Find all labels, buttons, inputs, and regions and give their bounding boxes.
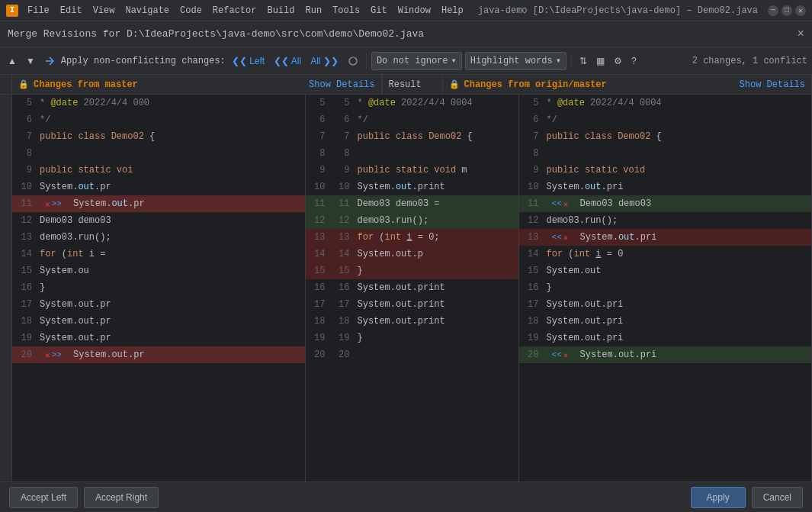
table-row: 15 System.out	[519, 262, 812, 279]
left-action-buttons: Accept Left Accept Right	[9, 487, 159, 508]
apply-changes-button[interactable]	[41, 52, 58, 70]
right-panel-header: 🔒 Changes from origin/master Show Detail…	[443, 75, 813, 94]
menu-navigate[interactable]: Navigate	[120, 4, 174, 18]
left-lock-icon: 🔒	[18, 79, 29, 89]
toolbar-separator-2	[571, 53, 572, 69]
right-code-content: 5 * @date 2022/4/4 0004 6 */ 7 public cl…	[519, 95, 812, 481]
table-row: 6 6 */	[306, 111, 518, 128]
table-row: 5 * @date 2022/4/4 0004	[519, 95, 812, 111]
conflict-actions-left-20: ✕ >>	[37, 350, 70, 360]
left-panel-header: 🔒 Changes from master Show Details	[12, 75, 382, 94]
help-button[interactable]: ?	[628, 52, 640, 70]
options-button[interactable]	[345, 52, 361, 70]
apply-icon	[44, 56, 55, 66]
table-row: 10 System.out.pri	[519, 179, 812, 195]
table-row: 16 }	[12, 279, 305, 296]
arrow-left-icon[interactable]: <<	[552, 350, 562, 359]
table-row: 12 demo03.run();	[519, 212, 812, 229]
left-code-panel[interactable]: 5 * @date 2022/4/4 000 6 */ 7 public cla…	[12, 95, 306, 481]
cancel-button[interactable]: Cancel	[752, 487, 803, 508]
toggle-collapse-button[interactable]: ▦	[593, 52, 608, 70]
dialog-titlebar: Merge Revisions for D:\IdeaProjects\java…	[0, 21, 812, 47]
table-row: 15 15 }	[306, 262, 518, 279]
table-row: 10 System.out.pr	[12, 179, 305, 195]
dialog-close-button[interactable]: ×	[797, 27, 804, 41]
table-row: 12 Demo03 demo03	[12, 212, 305, 229]
close-icon[interactable]: ✕	[563, 199, 569, 209]
accept-left-button[interactable]: Accept Left	[9, 487, 78, 508]
table-row: 8	[12, 145, 305, 162]
table-row: 11 ✕ >> System.out.pr	[12, 195, 305, 212]
window-controls: ─ □ ✕	[768, 5, 806, 16]
menu-edit[interactable]: Edit	[56, 4, 87, 18]
menu-refactor[interactable]: Refactor	[208, 4, 262, 18]
table-row: 20 ✕ >> System.out.pr	[12, 346, 305, 363]
navigate-up-button[interactable]: ▲	[5, 52, 20, 70]
window-title: java-demo [D:\IdeaProjects\java-demo] – …	[468, 5, 768, 16]
ignore-dropdown[interactable]: Do not ignore ▾	[371, 52, 462, 70]
menu-git[interactable]: Git	[366, 4, 392, 18]
arrow-left-icon[interactable]: <<	[552, 199, 562, 208]
arrow-right-icon[interactable]: >>	[52, 350, 62, 359]
table-row: 17 System.out.pri	[519, 296, 812, 313]
right-show-details-link[interactable]: Show Details	[740, 79, 805, 90]
menu-view[interactable]: View	[88, 4, 120, 18]
menu-run[interactable]: Run	[300, 4, 326, 18]
panel-headers: 🔒 Changes from master Show Details Resul…	[0, 75, 812, 95]
left-structure-gutter	[0, 75, 12, 94]
highlight-dropdown[interactable]: Highlight words ▾	[465, 52, 566, 70]
arrow-right-icon[interactable]: >>	[52, 199, 62, 208]
menu-build[interactable]: Build	[262, 4, 299, 18]
table-row: 8	[519, 145, 812, 162]
menu-window[interactable]: Window	[393, 4, 435, 18]
table-row: 17 17 System.out.print	[306, 296, 518, 313]
close-icon[interactable]: ✕	[563, 350, 569, 360]
left-gutter-panel	[0, 95, 12, 481]
apply-right-button[interactable]: All ❯❯	[307, 52, 342, 70]
table-row: 18 System.out.pri	[519, 313, 812, 330]
toolbar: ▲ ▼ Apply non-conflicting changes: ❮❮ Le…	[0, 47, 812, 75]
right-code-panel[interactable]: 5 * @date 2022/4/4 0004 6 */ 7 public cl…	[519, 95, 813, 481]
menu-help[interactable]: Help	[437, 4, 468, 18]
center-code-panel[interactable]: 5 5 * @date 2022/4/4 0004 6 6 */ 7 7 pub…	[306, 95, 519, 481]
table-row: 7 public class Demo02 {	[12, 128, 305, 145]
right-action-buttons: Apply Cancel	[691, 487, 803, 508]
arrow-left-icon[interactable]: <<	[552, 233, 562, 242]
table-row: 9 9 public static void m	[306, 162, 518, 179]
close-icon[interactable]: ✕	[45, 199, 50, 209]
maximize-button[interactable]: □	[782, 5, 792, 16]
menu-code[interactable]: Code	[175, 4, 207, 18]
options-icon	[348, 56, 358, 66]
apply-non-conflicting-label: Apply non-conflicting changes:	[61, 56, 226, 66]
app-icon: I	[6, 5, 18, 17]
navigate-down-button[interactable]: ▼	[23, 52, 38, 70]
settings-button[interactable]: ⚙	[611, 52, 625, 70]
accept-right-button[interactable]: Accept Right	[84, 487, 159, 508]
table-row: 20 20	[306, 346, 518, 363]
apply-all-button[interactable]: ❮❮ All	[271, 52, 304, 70]
close-icon[interactable]: ✕	[563, 233, 569, 243]
table-row: 19 19 }	[306, 330, 518, 346]
table-row: 14 14 System.out.p	[306, 246, 518, 262]
table-row: 5 * @date 2022/4/4 000	[12, 95, 305, 111]
table-row: 9 public static voi	[12, 162, 305, 179]
apply-left-button[interactable]: ❮❮ Left	[229, 52, 268, 70]
table-row: 13 << ✕ System.out.pri	[519, 229, 812, 246]
minimize-button[interactable]: ─	[768, 5, 778, 16]
table-row: 14 for (int i =	[12, 246, 305, 262]
close-icon[interactable]: ✕	[45, 350, 50, 360]
left-show-details-link[interactable]: Show Details	[309, 79, 374, 90]
conflict-status: 2 changes, 1 conflict	[692, 56, 807, 66]
close-button[interactable]: ✕	[795, 5, 806, 16]
center-code-content: 5 5 * @date 2022/4/4 0004 6 6 */ 7 7 pub…	[306, 95, 518, 481]
center-panel-header: Result	[382, 75, 443, 94]
apply-button[interactable]: Apply	[691, 487, 746, 508]
svg-point-0	[349, 57, 357, 65]
menu-bar: File Edit View Navigate Code Refactor Bu…	[23, 4, 468, 18]
table-row: 19 System.out.pri	[519, 330, 812, 346]
conflict-actions-left-11: ✕ >>	[37, 199, 70, 209]
menu-file[interactable]: File	[23, 4, 54, 18]
table-row: 12 12 demo03.run();	[306, 212, 518, 229]
sync-scroll-button[interactable]: ⇅	[576, 52, 590, 70]
menu-tools[interactable]: Tools	[328, 4, 364, 18]
